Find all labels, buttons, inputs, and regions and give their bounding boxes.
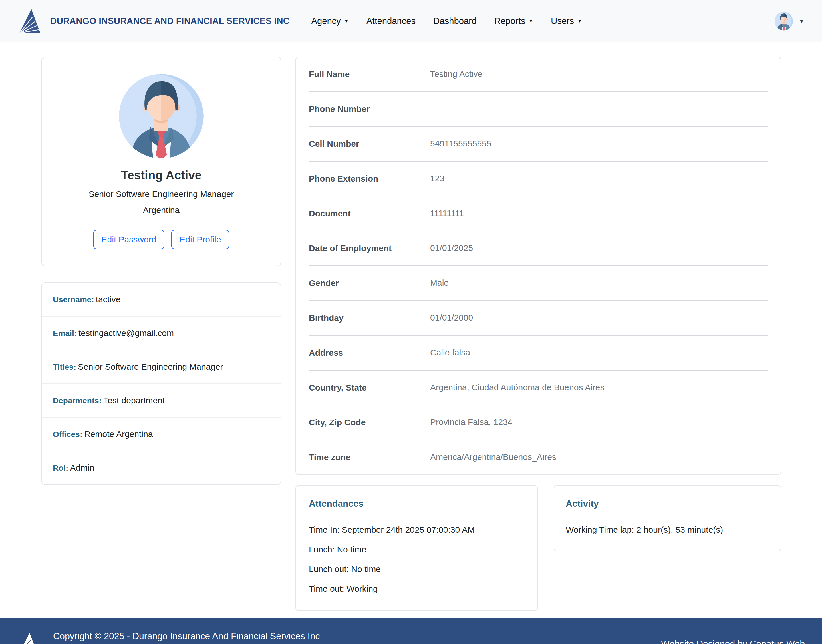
detail-row: Phone Extension 123: [309, 162, 768, 196]
right-column: Full Name Testing Active Phone Number Ce…: [295, 57, 781, 611]
detail-row-label: Phone Number: [309, 104, 430, 114]
profile-name: Testing Active: [54, 169, 269, 182]
detail-row: City, Zip Code Provincia Falsa, 1234: [309, 405, 768, 440]
account-row: Username:tactive: [42, 283, 280, 317]
detail-row-value: 01/01/2000: [430, 313, 473, 323]
detail-row-value: America/Argentina/Buenos_Aires: [430, 452, 556, 462]
profile-summary-card: Testing Active Senior Software Engineeri…: [41, 57, 281, 266]
account-row-label: Titles:: [53, 363, 76, 371]
account-row-value: Test department: [103, 396, 165, 405]
account-row: Deparments:Test department: [42, 384, 280, 418]
account-row-label: Email:: [53, 329, 77, 338]
edit-password-button[interactable]: Edit Password: [93, 230, 165, 249]
nav-item-label: Users: [551, 16, 574, 26]
detail-row: Cell Number 5491155555555: [309, 127, 768, 162]
detail-row-label: City, Zip Code: [309, 418, 430, 427]
nav-item[interactable]: Users ▼: [551, 16, 582, 26]
attendance-line: Time out: Working: [309, 584, 525, 594]
detail-row-value: 123: [430, 173, 444, 184]
chevron-down-icon: ▼: [577, 19, 582, 23]
account-info-card: Username:tactive Email:testingactive@gma…: [41, 282, 281, 485]
edit-profile-button[interactable]: Edit Profile: [171, 230, 229, 249]
nav-item-label: Reports: [494, 16, 525, 26]
activity-line: Working Time lap: 2 hour(s), 53 minute(s…: [566, 525, 769, 535]
detail-row: Full Name Testing Active: [309, 57, 768, 92]
detail-row-label: Document: [309, 209, 430, 218]
chevron-down-icon: ▼: [799, 18, 804, 24]
account-row-label: Offices:: [53, 430, 83, 439]
detail-row-value: Male: [430, 278, 449, 288]
account-row-label: Rol:: [53, 464, 68, 472]
nav-item[interactable]: Reports ▼: [494, 16, 533, 26]
detail-row-value: 11111111: [430, 209, 464, 219]
attendances-heading: Attendances: [309, 498, 525, 509]
account-row-value: Admin: [70, 463, 94, 472]
account-row: Email:testingactive@gmail.com: [42, 317, 280, 350]
detail-row-value: Provincia Falsa, 1234: [430, 417, 513, 428]
nav-item[interactable]: Attendances: [366, 16, 416, 26]
footer-copyright-block: Copyright © 2025 - Durango Insurance And…: [53, 631, 320, 644]
attendance-line: Lunch: No time: [309, 545, 525, 554]
account-row-label: Username:: [53, 295, 94, 304]
attendance-line: Lunch out: No time: [309, 564, 525, 574]
profile-country: Argentina: [54, 205, 269, 215]
account-row-value: testingactive@gmail.com: [78, 328, 174, 338]
employee-details-card: Full Name Testing Active Phone Number Ce…: [295, 57, 781, 475]
company-logo-icon: [18, 9, 44, 34]
main-nav: Agency ▼ Attendances Dashboard Reports ▼…: [311, 16, 582, 26]
detail-row: Country, State Argentina, Ciudad Autónom…: [309, 371, 768, 405]
account-row: Titles:Senior Software Engineering Manag…: [42, 350, 280, 384]
nav-item-label: Dashboard: [433, 16, 477, 26]
activity-lines: Working Time lap: 2 hour(s), 53 minute(s…: [566, 525, 769, 535]
attendances-card: Attendances Time In: September 24th 2025…: [295, 485, 538, 611]
attendances-lines: Time In: September 24th 2025 07:00:30 AM…: [309, 525, 525, 594]
detail-row: Document 11111111: [309, 196, 768, 231]
detail-row: Date of Employment 01/01/2025: [309, 231, 768, 266]
account-row-value: Remote Argentina: [84, 429, 153, 439]
detail-row: Phone Number: [309, 92, 768, 127]
detail-row-value: Argentina, Ciudad Autónoma de Buenos Air…: [430, 383, 604, 393]
detail-row-value: Calle falsa: [430, 348, 470, 358]
chevron-down-icon: ▼: [344, 19, 349, 23]
detail-row: Address Calle falsa: [309, 336, 768, 371]
footer-copyright: Copyright © 2025 - Durango Insurance And…: [53, 631, 320, 641]
detail-row-label: Address: [309, 348, 430, 358]
footer-credit: Website Designed by Conatus Web: [661, 639, 805, 644]
nav-item[interactable]: Agency ▼: [311, 16, 349, 26]
top-navbar: DURANGO INSURANCE AND FINANCIAL SERVICES…: [0, 0, 822, 42]
user-menu[interactable]: ▼: [775, 12, 804, 31]
detail-row-label: Cell Number: [309, 139, 430, 149]
nav-item[interactable]: Dashboard: [433, 16, 477, 26]
attendance-line: Time In: September 24th 2025 07:00:30 AM: [309, 525, 525, 535]
left-column: Testing Active Senior Software Engineeri…: [41, 57, 281, 485]
detail-row-label: Full Name: [309, 69, 430, 79]
account-row: Rol:Admin: [42, 451, 280, 485]
detail-row-value: 01/01/2025: [430, 243, 473, 253]
detail-row-label: Phone Extension: [309, 174, 430, 184]
activity-heading: Activity: [566, 498, 769, 509]
profile-actions: Edit Password Edit Profile: [54, 230, 269, 249]
detail-row-label: Time zone: [309, 452, 430, 462]
detail-row-label: Birthday: [309, 313, 430, 323]
detail-row-value: 5491155555555: [430, 139, 491, 149]
brand-home-link[interactable]: DURANGO INSURANCE AND FINANCIAL SERVICES…: [18, 9, 289, 34]
nav-item-label: Attendances: [366, 16, 416, 26]
detail-row-value: Testing Active: [430, 69, 482, 79]
chevron-down-icon: ▼: [529, 19, 533, 23]
detail-row: Time zone America/Argentina/Buenos_Aires: [309, 440, 768, 474]
account-row-value: Senior Software Engineering Manager: [78, 362, 223, 371]
nav-item-label: Agency: [311, 16, 340, 26]
detail-row-label: Date of Employment: [309, 244, 430, 253]
page-footer: Copyright © 2025 - Durango Insurance And…: [0, 618, 822, 644]
detail-row-label: Country, State: [309, 383, 430, 393]
detail-row-label: Gender: [309, 278, 430, 288]
profile-title: Senior Software Engineering Manager: [54, 189, 269, 199]
detail-row: Birthday 01/01/2000: [309, 301, 768, 336]
company-logo-icon: [18, 630, 41, 644]
user-avatar: [775, 12, 793, 31]
detail-row: Gender Male: [309, 266, 768, 301]
conatus-web-link[interactable]: Conatus Web: [750, 639, 805, 644]
account-row-value: tactive: [96, 294, 121, 304]
profile-avatar: [118, 73, 204, 159]
footer-credit-text: Website Designed by: [661, 639, 750, 644]
